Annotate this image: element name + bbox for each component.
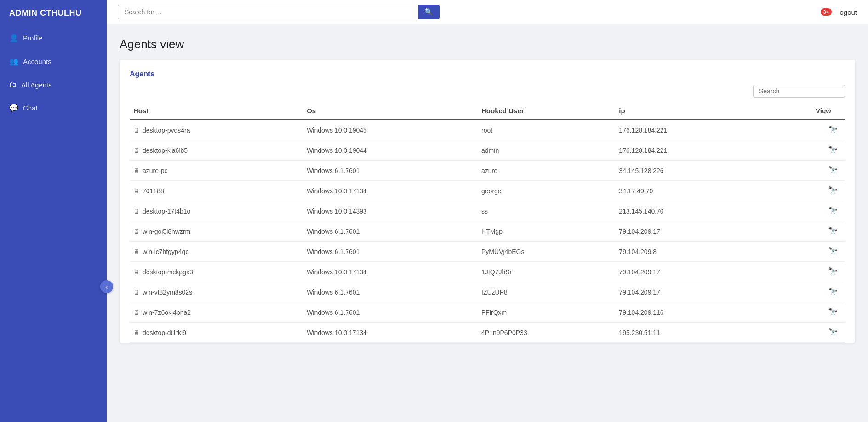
cell-ip: 79.104.209.17	[615, 262, 759, 282]
view-button[interactable]: 🔭	[828, 207, 838, 215]
cell-host: 🖥desktop-17t4b1o	[130, 201, 303, 221]
notification-badge[interactable]: 3+	[821, 8, 832, 16]
table-row: 🖥win-vt82ym8s02sWindows 6.1.7601IZUzUP87…	[130, 282, 845, 302]
cell-ip: 213.145.140.70	[615, 201, 759, 221]
cell-os: Windows 10.0.17134	[303, 181, 478, 201]
cell-ip: 79.104.209.17	[615, 221, 759, 242]
search-button[interactable]: 🔍	[418, 5, 440, 19]
agents-table-scroll[interactable]: Host Os Hooked User ip View 🖥desktop-pvd…	[130, 102, 845, 343]
host-value: azure-pc	[143, 167, 167, 174]
cell-os: Windows 10.0.19045	[303, 120, 478, 140]
table-row: 🖥701188Windows 10.0.17134george34.17.49.…	[130, 181, 845, 201]
agents-table-body: 🖥desktop-pvds4raWindows 10.0.19045root17…	[130, 120, 845, 343]
cell-os: Windows 10.0.17134	[303, 323, 478, 343]
table-row: 🖥win-lc7hfgyp4qcWindows 6.1.7601PyMUVj4b…	[130, 242, 845, 262]
sidebar-item-label-accounts: Accounts	[23, 58, 51, 65]
col-host: Host	[130, 102, 303, 120]
cell-hooked-user: HTMgp	[478, 221, 615, 242]
view-button[interactable]: 🔭	[828, 267, 838, 276]
host-value: win-lc7hfgyp4qc	[143, 248, 188, 255]
cell-hooked-user: 1JIQ7JhSr	[478, 262, 615, 282]
sidebar-collapse-button[interactable]: ‹	[100, 280, 113, 293]
sidebar-item-profile[interactable]: 👤 Profile	[0, 26, 107, 50]
col-hooked-user: Hooked User	[478, 102, 615, 120]
logout-button[interactable]: logout	[838, 8, 857, 16]
agents-table: Host Os Hooked User ip View 🖥desktop-pvd…	[130, 102, 845, 343]
view-button[interactable]: 🔭	[828, 328, 838, 337]
cell-hooked-user: PyMUVj4bEGs	[478, 242, 615, 262]
view-button[interactable]: 🔭	[828, 288, 838, 296]
cell-hooked-user: IZUzUP8	[478, 282, 615, 302]
cell-os: Windows 6.1.7601	[303, 242, 478, 262]
host-icon: 🖥	[133, 127, 140, 134]
sidebar-item-label-profile: Profile	[23, 34, 43, 42]
host-value: win-goi5l8hwzrm	[143, 228, 190, 235]
cell-host: 🖥desktop-dt1tki9	[130, 323, 303, 343]
view-button[interactable]: 🔭	[828, 308, 838, 317]
search-input[interactable]	[118, 5, 418, 19]
agents-card-title: Agents	[130, 70, 845, 78]
cell-hooked-user: azure	[478, 161, 615, 181]
host-icon: 🖥	[133, 147, 140, 154]
sidebar: ADMIN CTHULHU 👤 Profile 👥 Accounts 🗂 All…	[0, 0, 107, 422]
cell-ip: 79.104.209.17	[615, 282, 759, 302]
host-value: desktop-kla6lb5	[143, 147, 188, 154]
table-search-input[interactable]	[753, 85, 845, 98]
cell-host: 🖥win-goi5l8hwzrm	[130, 221, 303, 242]
table-row: 🖥desktop-17t4b1oWindows 10.0.14393ss213.…	[130, 201, 845, 221]
table-search-row	[130, 85, 845, 98]
search-form: 🔍	[118, 5, 440, 19]
cell-ip: 34.17.49.70	[615, 181, 759, 201]
content-area: Agents view Agents Host Os Hooked User i…	[107, 24, 868, 422]
page-title: Agents view	[120, 37, 855, 52]
cell-view: 🔭	[760, 120, 845, 140]
cell-hooked-user: george	[478, 181, 615, 201]
host-value: 701188	[143, 187, 164, 195]
cell-os: Windows 10.0.17134	[303, 262, 478, 282]
table-row: 🖥desktop-mckpgx3Windows 10.0.171341JIQ7J…	[130, 262, 845, 282]
sidebar-title: ADMIN CTHULHU	[0, 0, 107, 26]
host-value: desktop-17t4b1o	[143, 208, 190, 215]
sidebar-item-all-agents[interactable]: 🗂 All Agents	[0, 73, 107, 96]
table-row: 🖥win-7z6okj4pna2Windows 6.1.7601PFlrQxm7…	[130, 302, 845, 323]
host-icon: 🖥	[133, 228, 140, 235]
topbar-right: 3+ logout	[821, 8, 857, 16]
sidebar-item-accounts[interactable]: 👥 Accounts	[0, 50, 107, 73]
table-row: 🖥azure-pcWindows 6.1.7601azure34.145.128…	[130, 161, 845, 181]
col-os: Os	[303, 102, 478, 120]
host-icon: 🖥	[133, 248, 140, 255]
host-icon: 🖥	[133, 187, 140, 195]
cell-view: 🔭	[760, 282, 845, 302]
col-ip: ip	[615, 102, 759, 120]
chat-icon: 💬	[9, 104, 18, 112]
cell-hooked-user: root	[478, 120, 615, 140]
cell-os: Windows 6.1.7601	[303, 282, 478, 302]
all-agents-icon: 🗂	[9, 81, 17, 89]
view-button[interactable]: 🔭	[828, 146, 838, 155]
view-button[interactable]: 🔭	[828, 186, 838, 195]
table-row: 🖥win-goi5l8hwzrmWindows 6.1.7601HTMgp79.…	[130, 221, 845, 242]
cell-os: Windows 10.0.19044	[303, 140, 478, 161]
cell-hooked-user: admin	[478, 140, 615, 161]
topbar: 🔍 3+ logout	[107, 0, 868, 24]
cell-view: 🔭	[760, 323, 845, 343]
cell-os: Windows 6.1.7601	[303, 221, 478, 242]
cell-view: 🔭	[760, 262, 845, 282]
view-button[interactable]: 🔭	[828, 247, 838, 256]
host-value: desktop-dt1tki9	[143, 329, 186, 336]
host-value: desktop-mckpgx3	[143, 268, 193, 276]
view-button[interactable]: 🔭	[828, 227, 838, 236]
cell-host: 🖥win-vt82ym8s02s	[130, 282, 303, 302]
cell-view: 🔭	[760, 161, 845, 181]
cell-view: 🔭	[760, 201, 845, 221]
host-value: desktop-pvds4ra	[143, 127, 190, 134]
cell-view: 🔭	[760, 302, 845, 323]
view-button[interactable]: 🔭	[828, 126, 838, 134]
sidebar-item-chat[interactable]: 💬 Chat	[0, 96, 107, 120]
table-row: 🖥desktop-dt1tki9Windows 10.0.171344P1n9P…	[130, 323, 845, 343]
view-button[interactable]: 🔭	[828, 166, 838, 175]
sidebar-item-label-chat: Chat	[23, 104, 38, 112]
host-value: win-vt82ym8s02s	[143, 289, 192, 296]
cell-hooked-user: 4P1n9P6P0P33	[478, 323, 615, 343]
cell-ip: 34.145.128.226	[615, 161, 759, 181]
